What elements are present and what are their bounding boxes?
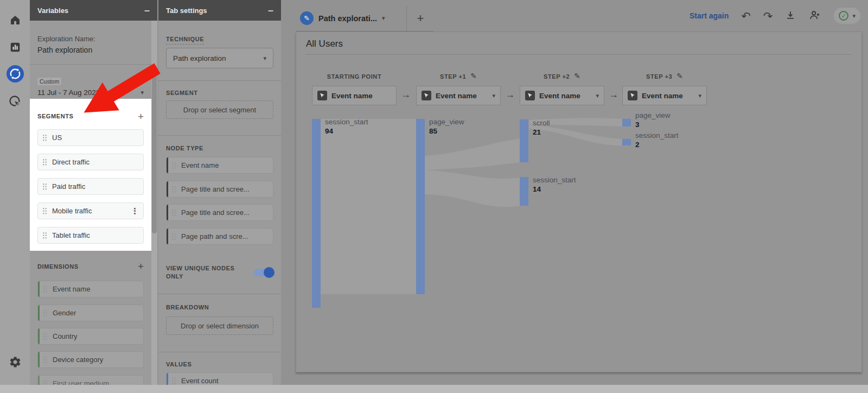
minimize-variables-button[interactable]: – <box>144 5 150 15</box>
minimize-tab-settings-button[interactable]: – <box>268 5 273 15</box>
dimension-chip-gender[interactable]: Gender <box>37 305 144 321</box>
start-again-link[interactable]: Start again <box>690 11 729 20</box>
add-segment-button[interactable]: + <box>138 111 144 122</box>
edit-tab-icon: ✎ <box>300 11 314 25</box>
reports-icon <box>9 41 21 55</box>
sankey-node-session-start[interactable] <box>312 119 321 308</box>
horizontal-scrollbar-track[interactable] <box>0 385 868 393</box>
view-unique-nodes-toggle[interactable] <box>254 269 273 276</box>
segment-chip-mobile-traffic[interactable]: Mobile traffic ⋮ <box>37 202 144 219</box>
chevron-down-icon: ▾ <box>263 55 266 62</box>
redo-icon[interactable]: ↷ <box>763 10 773 22</box>
variables-scrollbar[interactable] <box>151 21 157 393</box>
node-label: session_start2 <box>635 131 679 149</box>
chevron-down-icon: ▾ <box>852 12 856 20</box>
sankey-node-session-start-3[interactable] <box>622 139 631 145</box>
dimension-chip-country[interactable]: Country <box>37 328 144 345</box>
flow-arrow-icon: → <box>401 89 411 100</box>
date-range-selector[interactable]: Custom 11 Jul - 7 Aug 2023 ▾ <box>37 76 144 97</box>
chevron-down-icon: ▾ <box>382 15 385 22</box>
step1-selector[interactable]: Event name ▾ <box>416 86 501 105</box>
drag-handle-icon[interactable] <box>43 286 48 293</box>
canvas-title: All Users <box>306 39 343 49</box>
flow-arrow-icon: → <box>609 89 618 100</box>
drag-handle-icon[interactable] <box>171 186 176 193</box>
variables-panel-title: Variables <box>37 7 68 15</box>
undo-icon[interactable]: ↶ <box>741 10 751 22</box>
drag-handle-icon[interactable] <box>171 377 176 384</box>
segment-drop-placeholder: Drop or select segment <box>183 106 256 114</box>
nav-home[interactable] <box>6 12 24 30</box>
node-type-chip-page-path[interactable]: Page path and scre... <box>166 228 273 245</box>
status-menu-button[interactable]: ✓ ▾ <box>834 8 860 24</box>
add-dimension-button[interactable]: + <box>138 261 144 271</box>
drag-handle-icon[interactable] <box>43 309 48 316</box>
main-area: ✎ Path explorati... ▾ + Start again ↶ ↷ … <box>281 0 868 393</box>
starting-point-selector[interactable]: Event name <box>312 86 397 105</box>
edit-step-icon[interactable]: ✎ <box>574 72 580 80</box>
node-type-chip-event-name[interactable]: Event name <box>166 157 273 174</box>
step3-selector[interactable]: Event name ▾ <box>622 86 707 105</box>
scrollbar-thumb[interactable] <box>152 65 157 233</box>
node-label: session_start14 <box>533 175 576 194</box>
segment-drop-zone[interactable]: Drop or select segment <box>166 100 273 119</box>
variables-panel-header: Variables – <box>30 0 157 21</box>
ga4-explore-screen: Variables – Exploration Name: Path explo… <box>0 0 868 393</box>
drag-handle-icon[interactable] <box>171 209 176 216</box>
explore-icon <box>6 65 24 85</box>
step-header-1: STEP +1✎ <box>416 71 501 81</box>
nav-settings[interactable] <box>6 354 24 372</box>
date-range-type-badge: Custom <box>37 78 61 85</box>
node-type-chip-label: Page path and scre... <box>181 232 248 240</box>
toolbar: Start again ↶ ↷ ✓ ▾ <box>690 0 860 31</box>
segment-chip-label: Tablet traffic <box>52 231 90 239</box>
node-type-chip-page-title-2[interactable]: Page title and scree... <box>166 204 273 221</box>
drag-handle-icon[interactable] <box>43 333 48 340</box>
drag-handle-icon[interactable] <box>42 207 47 214</box>
sankey-node-page-view[interactable] <box>416 119 425 294</box>
exploration-name-value[interactable]: Path exploration <box>37 46 95 54</box>
step2-selector[interactable]: Event name ▾ <box>520 86 604 105</box>
download-icon[interactable] <box>785 10 796 22</box>
drag-handle-icon[interactable] <box>42 183 47 190</box>
node-label: session_start94 <box>325 117 368 136</box>
nav-reports[interactable] <box>6 39 24 58</box>
share-users-icon[interactable] <box>808 9 821 23</box>
node-type-chip-page-title-1[interactable]: Page title and scree... <box>166 181 273 198</box>
node-type-chip-label: Page title and scree... <box>181 185 250 193</box>
segments-section-highlighted: SEGMENTS + US Direct traffic Paid traffi… <box>30 99 151 251</box>
edit-step-icon[interactable]: ✎ <box>676 72 683 80</box>
dimension-chip-device-category[interactable]: Device category <box>37 351 144 368</box>
chevron-down-icon: ▾ <box>596 92 599 99</box>
edit-step-icon[interactable]: ✎ <box>470 72 477 80</box>
drag-handle-icon[interactable] <box>42 232 47 239</box>
add-tab-button[interactable]: + <box>406 5 434 31</box>
drag-handle-icon[interactable] <box>42 159 47 166</box>
step-header-3: STEP +3✎ <box>622 71 707 81</box>
step-header-starting-point: STARTING POINT <box>312 71 397 81</box>
more-options-icon[interactable]: ⋮ <box>131 206 139 216</box>
sankey-node-session-start-2[interactable] <box>520 177 528 206</box>
segment-drop-label: SEGMENT <box>166 90 198 96</box>
breakdown-drop-zone[interactable]: Drop or select dimension <box>166 316 273 335</box>
segment-chip-direct-traffic[interactable]: Direct traffic <box>37 154 144 170</box>
exploration-name-label: Exploration Name: <box>37 35 95 43</box>
drag-handle-icon[interactable] <box>42 134 47 141</box>
tab-path-exploration[interactable]: ✎ Path explorati... ▾ <box>296 5 391 31</box>
segments-label: SEGMENTS <box>37 113 74 119</box>
segment-chip-tablet-traffic[interactable]: Tablet traffic <box>37 227 144 244</box>
segment-chip-paid-traffic[interactable]: Paid traffic <box>37 178 144 195</box>
drag-handle-icon[interactable] <box>171 233 176 240</box>
sankey-node-page-view-3[interactable] <box>622 119 631 126</box>
unique-nodes-label: VIEW UNIQUE NODES ONLY <box>166 264 237 281</box>
technique-select[interactable]: Path exploration ▾ <box>166 48 273 68</box>
nav-advertising[interactable] <box>6 93 24 112</box>
dimension-chip-event-name[interactable]: Event name <box>37 281 144 297</box>
drag-handle-icon[interactable] <box>43 356 48 363</box>
segment-chip-us[interactable]: US <box>37 129 144 146</box>
nav-explore[interactable] <box>6 66 24 84</box>
sankey-node-scroll[interactable] <box>520 119 528 162</box>
node-cursor-icon <box>422 91 431 100</box>
drag-handle-icon[interactable] <box>171 162 176 169</box>
exploration-canvas: All Users STARTING POINT STEP +1✎ STEP +… <box>296 31 862 372</box>
